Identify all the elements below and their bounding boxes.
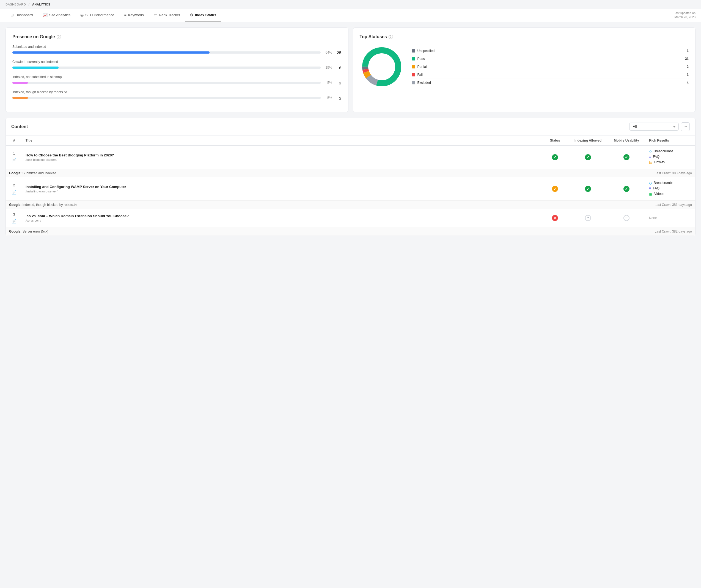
table-row: 3 📄 .co vs .com – Which Domain Extension…	[6, 209, 695, 227]
breadcrumbs-icon: ◇	[649, 181, 652, 185]
table-row-footer: Google: Indexed, though blocked by robot…	[6, 201, 695, 209]
content-filter-select[interactable]: All Submitted and indexed Not indexed Cr…	[629, 122, 679, 130]
presence-label-0: Submitted and indexed	[12, 45, 341, 49]
row-indexing-cell: ✓	[569, 177, 607, 201]
mobile-minus-icon: −	[624, 215, 630, 221]
table-row: 1 📄 How to Choose the Best Blogging Plat…	[6, 145, 695, 169]
legend-count-fail: 1	[687, 73, 689, 77]
row-title[interactable]: How to Choose the Best Blogging Platform…	[26, 153, 538, 157]
presence-help-icon[interactable]: ?	[57, 35, 61, 39]
presence-item-1: Crawled - currently not indexed 15% 6	[12, 60, 341, 70]
donut-svg	[360, 45, 404, 89]
svg-point-6	[370, 55, 393, 78]
breadcrumb-current: ANALYTICS	[32, 3, 50, 6]
tab-index-status-label: Index Status	[195, 13, 216, 17]
col-header-indexing: Indexing Allowed	[569, 136, 607, 145]
footer-crawl-cell: Last Crawl: 381 days ago	[541, 201, 695, 209]
presence-count-3: 2	[335, 96, 341, 100]
tab-keywords-label: Keywords	[128, 13, 144, 17]
tab-seo-performance[interactable]: ◎ SEO Performance	[75, 9, 120, 21]
presence-pct-2: 5%	[323, 81, 332, 85]
legend-count-partial: 2	[687, 65, 689, 69]
presence-label-2: Indexed, not submitted in sitemap	[12, 75, 341, 79]
last-updated: Last updated on March 20, 2023	[674, 9, 696, 22]
presence-count-2: 2	[335, 80, 341, 85]
col-header-mobile: Mobile Usability	[607, 136, 646, 145]
footer-google-cell: Google: Submitted and indexed	[6, 169, 541, 177]
site-analytics-icon: 📈	[43, 13, 48, 17]
legend-label-pass: Pass	[418, 57, 425, 61]
presence-item-3: Indexed, though blocked by robots.txt 5%…	[12, 90, 341, 100]
row-title-cell: .co vs .com – Which Domain Extension Sho…	[22, 209, 541, 227]
rank-tracker-icon: ▭	[154, 13, 157, 17]
legend-row-excluded: Excluded 4	[412, 79, 689, 86]
statuses-inner: Unspecified 1 Pass 31	[360, 45, 689, 89]
legend-row-unspecified: Unspecified 1	[412, 47, 689, 55]
content-section: Content All Submitted and indexed Not in…	[5, 118, 696, 236]
page-icon: 📄	[11, 188, 17, 195]
content-table: # Title Status Indexing Allowed Mobile U…	[6, 136, 695, 236]
row-title[interactable]: .co vs .com – Which Domain Extension Sho…	[26, 214, 538, 218]
breadcrumbs-icon: ◇	[649, 149, 652, 154]
row-status-cell: ✓	[541, 177, 569, 201]
seo-performance-icon: ◎	[80, 13, 83, 17]
legend-row-fail: Fail 1	[412, 71, 689, 79]
tab-site-analytics[interactable]: 📈 Site Analytics	[38, 9, 75, 21]
row-title-cell: Installing and Configuring WAMP Server o…	[22, 177, 541, 201]
rich-label-breadcrumbs: Breadcrumbs	[654, 181, 673, 185]
presence-row-2: 5% 2	[12, 80, 341, 85]
footer-google-text: Google: Indexed, though blocked by robot…	[9, 203, 77, 207]
dashboard-icon: ⊞	[10, 13, 14, 17]
footer-crawl-text: Last Crawl: 381 days ago	[655, 203, 692, 207]
row-url[interactable]: /installing-wamp-server/	[26, 190, 538, 193]
presence-count-0: 25	[335, 50, 341, 55]
row-rich-cell: ◇ Breadcrumbs ≡ FAQ ▦ Videos	[646, 177, 695, 201]
footer-crawl-text: Last Crawl: 382 days ago	[655, 230, 692, 233]
row-title-cell: How to Choose the Best Blogging Platform…	[22, 145, 541, 169]
footer-google-text: Google: Submitted and indexed	[9, 171, 56, 175]
breadcrumb-root[interactable]: DASHBOARD	[5, 3, 26, 6]
more-options-button[interactable]: ···	[681, 122, 690, 131]
presence-title-text: Presence on Google	[12, 34, 55, 39]
legend-dot-unspecified	[412, 49, 415, 52]
tab-rank-tracker[interactable]: ▭ Rank Tracker	[149, 9, 185, 21]
legend-dot-partial	[412, 65, 415, 68]
tab-dashboard[interactable]: ⊞ Dashboard	[5, 9, 38, 21]
videos-icon: ▦	[649, 192, 653, 196]
footer-google-cell: Google: Indexed, though blocked by robot…	[6, 201, 541, 209]
legend-row-partial: Partial 2	[412, 63, 689, 71]
statuses-card: Top Statuses ?	[353, 27, 696, 112]
presence-bar-fill-1	[12, 66, 58, 69]
presence-bar-fill-0	[12, 51, 210, 54]
rich-label-breadcrumbs: Breadcrumbs	[654, 149, 673, 153]
rich-item-howto: ▤ How-to	[649, 160, 692, 165]
footer-google-text: Google: Server error (5xx)	[9, 230, 48, 233]
row-url[interactable]: /co-vs-com/	[26, 219, 538, 222]
row-mobile-cell: ✓	[607, 177, 646, 201]
presence-pct-3: 5%	[323, 96, 332, 100]
row-num: 2	[13, 183, 15, 187]
status-fail-icon: ✕	[552, 215, 558, 221]
row-indexing-cell: ✓	[569, 145, 607, 169]
col-header-rich: Rich Results	[646, 136, 695, 145]
row-mobile-cell: ✓	[607, 145, 646, 169]
statuses-title-text: Top Statuses	[360, 34, 387, 39]
status-pass-icon: ✓	[552, 154, 558, 160]
rich-label-videos: Videos	[654, 192, 664, 196]
row-rich-cell: ◇ Breadcrumbs ≡ FAQ ▤ How-to	[646, 145, 695, 169]
rich-item-breadcrumbs: ◇ Breadcrumbs	[649, 181, 692, 185]
presence-bar-bg-3	[12, 97, 321, 99]
tab-keywords[interactable]: ≡ Keywords	[119, 9, 149, 21]
tab-index-status[interactable]: ⊙ Index Status	[185, 9, 221, 21]
indexing-unknown-icon: ?	[585, 215, 591, 221]
presence-pct-0: 64%	[323, 51, 332, 54]
row-url[interactable]: /best-blogging-platform/	[26, 158, 538, 162]
legend-label-unspecified: Unspecified	[418, 49, 435, 53]
legend-dot-fail	[412, 73, 415, 76]
presence-row-0: 64% 25	[12, 50, 341, 55]
statuses-title: Top Statuses ?	[360, 34, 689, 39]
row-title[interactable]: Installing and Configuring WAMP Server o…	[26, 185, 538, 189]
statuses-help-icon[interactable]: ?	[389, 35, 393, 39]
row-mobile-cell: −	[607, 209, 646, 227]
table-row: 2 📄 Installing and Configuring WAMP Serv…	[6, 177, 695, 201]
